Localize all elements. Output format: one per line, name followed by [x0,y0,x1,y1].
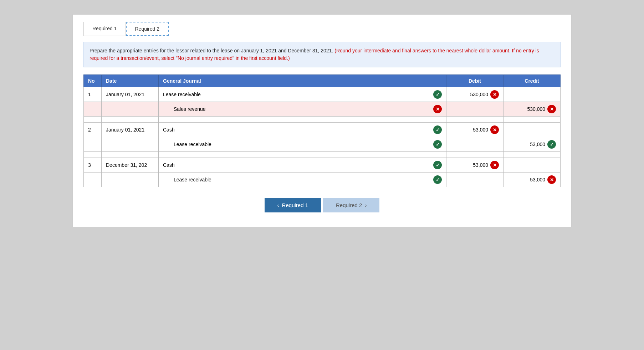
x-icon: ✕ [490,161,499,169]
x-icon: ✕ [547,105,556,113]
x-icon: ✕ [433,105,442,113]
account-name: Cash [163,162,433,168]
entry-credit [504,87,561,102]
check-icon: ✓ [433,90,442,99]
entry-date [102,173,159,187]
entry-debit [446,137,504,152]
entry-no: 1 [84,87,102,102]
col-header-date: Date [102,75,159,87]
table-row: Lease receivable✓53,000✓ [84,137,561,152]
spacer-row [84,117,561,123]
btn-required2-label: Required 2 [336,202,362,208]
spacer-row [84,152,561,158]
entry-date: December 31, 202 [102,158,159,173]
check-icon: ✓ [433,140,442,149]
table-row: 3December 31, 202Cash✓53,000✕ [84,158,561,173]
account-name: Cash [163,127,433,133]
entry-date [102,102,159,117]
table-row: Sales revenue✕530,000✕ [84,102,561,117]
btn-required2[interactable]: Required 2 › [323,198,379,212]
debit-value: 530,000 [470,92,488,97]
check-icon: ✓ [547,140,556,149]
entry-debit: 53,000✕ [446,158,504,173]
entry-credit [504,123,561,137]
info-box: Prepare the appropriate entries for the … [83,42,561,67]
tab-bar: Required 1 Required 2 [83,22,561,36]
entry-date: January 01, 2021 [102,123,159,137]
entry-debit [446,102,504,117]
check-icon: ✓ [433,125,442,134]
entry-credit: 530,000✕ [504,102,561,117]
entry-account: Lease receivable✓ [159,173,446,187]
x-icon: ✕ [547,175,556,184]
entry-debit [446,173,504,187]
entry-account: Lease receivable✓ [159,137,446,152]
entry-date [102,137,159,152]
x-icon: ✕ [490,125,499,134]
entry-no [84,173,102,187]
tab-required2[interactable]: Required 2 [126,22,169,36]
debit-value: 53,000 [473,127,488,133]
check-icon: ✓ [433,175,442,184]
entry-account: Cash✓ [159,158,446,173]
tab-required1[interactable]: Required 1 [83,22,126,36]
chevron-right-icon: › [365,202,367,208]
entry-no [84,137,102,152]
entry-account: Sales revenue✕ [159,102,446,117]
debit-value: 53,000 [473,162,488,168]
table-row: 2January 01, 2021Cash✓53,000✕ [84,123,561,137]
btn-required1-label: Required 1 [282,202,308,208]
col-header-credit: Credit [504,75,561,87]
credit-value: 53,000 [530,141,545,147]
account-name: Sales revenue [163,106,433,112]
credit-value: 530,000 [527,106,545,112]
col-header-debit: Debit [446,75,504,87]
entry-credit: 53,000✓ [504,137,561,152]
entry-credit: 53,000✕ [504,173,561,187]
table-row: 1January 01, 2021Lease receivable✓530,00… [84,87,561,102]
entry-account: Lease receivable✓ [159,87,446,102]
btn-required1[interactable]: ‹ Required 1 [265,198,321,212]
credit-value: 53,000 [530,177,545,182]
entry-no: 3 [84,158,102,173]
account-name: Lease receivable [163,177,433,182]
chevron-left-icon: ‹ [277,202,279,208]
entry-no [84,102,102,117]
entry-debit: 53,000✕ [446,123,504,137]
entry-debit: 530,000✕ [446,87,504,102]
entry-date: January 01, 2021 [102,87,159,102]
nav-buttons: ‹ Required 1 Required 2 › [83,198,561,212]
account-name: Lease receivable [163,141,433,147]
col-header-journal: General Journal [159,75,446,87]
table-row: Lease receivable✓53,000✕ [84,173,561,187]
x-icon: ✕ [490,90,499,99]
account-name: Lease receivable [163,92,433,97]
entry-credit [504,158,561,173]
check-icon: ✓ [433,161,442,169]
journal-table: No Date General Journal Debit Credit 1Ja… [83,74,561,187]
main-container: Required 1 Required 2 Prepare the approp… [72,14,572,227]
entry-account: Cash✓ [159,123,446,137]
entry-no: 2 [84,123,102,137]
col-header-no: No [84,75,102,87]
